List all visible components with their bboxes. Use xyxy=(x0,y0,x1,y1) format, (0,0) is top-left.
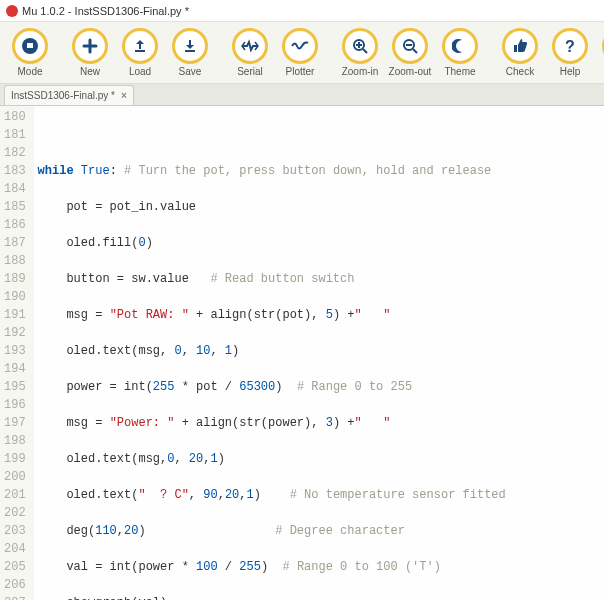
moon-icon xyxy=(442,28,478,64)
line-number: 188 xyxy=(4,252,26,270)
code-line: msg = "Pot RAW: " + align(str(pot), 5) +… xyxy=(38,306,506,324)
tab-label: InstSSD1306-Final.py * xyxy=(11,90,115,101)
line-number: 182 xyxy=(4,144,26,162)
line-number: 207 xyxy=(4,594,26,600)
zoom-out-button[interactable]: Zoom-out xyxy=(388,28,432,77)
mode-icon xyxy=(12,28,48,64)
line-number: 199 xyxy=(4,450,26,468)
code-line: showgraph(val) xyxy=(38,594,506,600)
line-number: 200 xyxy=(4,468,26,486)
code-line: oled.text(msg,0, 20,1) xyxy=(38,450,506,468)
check-button[interactable]: Check xyxy=(498,28,542,77)
code-line: oled.text(msg, 0, 10, 1) xyxy=(38,342,506,360)
question-icon: ? xyxy=(552,28,588,64)
theme-button[interactable]: Theme xyxy=(438,28,482,77)
line-number: 194 xyxy=(4,360,26,378)
code-line: while True: # Turn the pot, press button… xyxy=(38,162,506,180)
line-number: 197 xyxy=(4,414,26,432)
upload-icon xyxy=(122,28,158,64)
code-line xyxy=(38,126,506,144)
line-number: 198 xyxy=(4,432,26,450)
code-line: oled.text(" ? C", 90,20,1) # No temperat… xyxy=(38,486,506,504)
line-number: 205 xyxy=(4,558,26,576)
zoom-out-icon xyxy=(392,28,428,64)
line-number: 186 xyxy=(4,216,26,234)
line-number: 184 xyxy=(4,180,26,198)
line-number: 203 xyxy=(4,522,26,540)
code-editor[interactable]: 1801811821831841851861871881891901911921… xyxy=(0,106,604,600)
quit-button[interactable]: Quit xyxy=(598,28,604,77)
line-number: 190 xyxy=(4,288,26,306)
code-line: pot = pot_in.value xyxy=(38,198,506,216)
svg-rect-1 xyxy=(27,43,33,48)
toolbar: Mode New Load Save Serial Plotter Z xyxy=(0,22,604,84)
serial-icon xyxy=(232,28,268,64)
line-number: 187 xyxy=(4,234,26,252)
code-line: msg = "Power: " + align(str(power), 3) +… xyxy=(38,414,506,432)
help-button[interactable]: ? Help xyxy=(548,28,592,77)
svg-text:?: ? xyxy=(565,38,575,55)
plus-icon xyxy=(72,28,108,64)
line-number-gutter: 1801811821831841851861871881891901911921… xyxy=(0,106,34,600)
code-line: oled.fill(0) xyxy=(38,234,506,252)
tab-bar: InstSSD1306-Final.py * × xyxy=(0,84,604,106)
line-number: 183 xyxy=(4,162,26,180)
thumbs-up-icon xyxy=(502,28,538,64)
load-button[interactable]: Load xyxy=(118,28,162,77)
tab-file[interactable]: InstSSD1306-Final.py * × xyxy=(4,85,134,105)
line-number: 193 xyxy=(4,342,26,360)
close-icon[interactable]: × xyxy=(121,90,127,101)
line-number: 192 xyxy=(4,324,26,342)
line-number: 204 xyxy=(4,540,26,558)
new-button[interactable]: New xyxy=(68,28,112,77)
code-line: power = int(255 * pot / 65300) # Range 0… xyxy=(38,378,506,396)
plotter-button[interactable]: Plotter xyxy=(278,28,322,77)
zoom-in-icon xyxy=(342,28,378,64)
line-number: 206 xyxy=(4,576,26,594)
save-button[interactable]: Save xyxy=(168,28,212,77)
line-number: 195 xyxy=(4,378,26,396)
code-area[interactable]: while True: # Turn the pot, press button… xyxy=(34,106,506,600)
code-line: deg(110,20) # Degree character xyxy=(38,522,506,540)
line-number: 189 xyxy=(4,270,26,288)
mode-button[interactable]: Mode xyxy=(8,28,52,77)
app-logo-icon xyxy=(6,5,18,17)
plotter-icon xyxy=(282,28,318,64)
line-number: 196 xyxy=(4,396,26,414)
code-line: val = int(power * 100 / 255) # Range 0 t… xyxy=(38,558,506,576)
line-number: 180 xyxy=(4,108,26,126)
titlebar: Mu 1.0.2 - InstSSD1306-Final.py * xyxy=(0,0,604,22)
line-number: 185 xyxy=(4,198,26,216)
line-number: 202 xyxy=(4,504,26,522)
line-number: 201 xyxy=(4,486,26,504)
zoom-in-button[interactable]: Zoom-in xyxy=(338,28,382,77)
serial-button[interactable]: Serial xyxy=(228,28,272,77)
download-icon xyxy=(172,28,208,64)
code-line: button = sw.value # Read button switch xyxy=(38,270,506,288)
line-number: 181 xyxy=(4,126,26,144)
window-title: Mu 1.0.2 - InstSSD1306-Final.py * xyxy=(22,5,189,17)
line-number: 191 xyxy=(4,306,26,324)
